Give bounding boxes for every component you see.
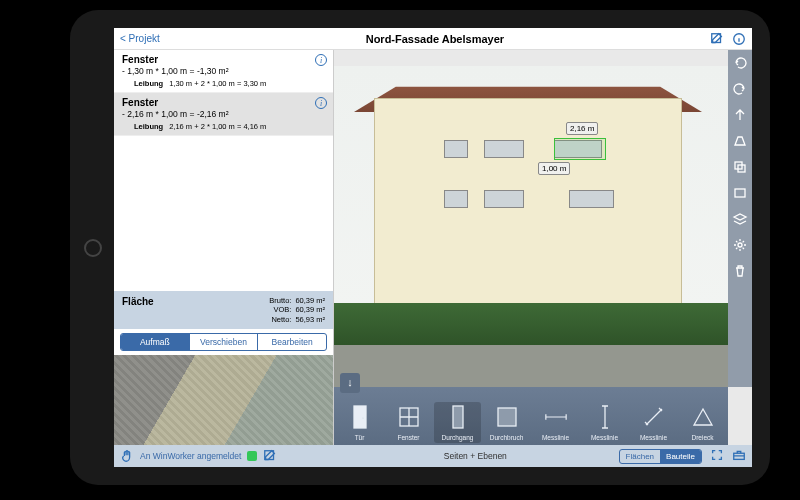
mode-segmented[interactable]: Aufmaß Verschieben Bearbeiten xyxy=(120,333,327,351)
shape-label: Messlinie xyxy=(542,434,569,441)
toolbox-icon[interactable] xyxy=(732,448,746,464)
seg-aufmass[interactable]: Aufmaß xyxy=(121,334,190,350)
summary-value: 56,93 m² xyxy=(295,315,325,324)
bottom-center-label[interactable]: Seiten + Ebenen xyxy=(340,451,611,461)
measure-height[interactable]: 1,00 m xyxy=(538,162,570,175)
shape-door[interactable]: Tür xyxy=(336,402,383,443)
shape-label: Tür xyxy=(355,434,365,441)
svg-rect-10 xyxy=(498,408,516,426)
summary-label: VOB: xyxy=(263,305,291,314)
topbar: < Projekt Nord-Fassade Abelsmayer xyxy=(114,28,752,50)
shape-opening[interactable]: Durchbruch xyxy=(483,402,530,443)
summary-value: 60,39 m² xyxy=(295,296,325,305)
item-sub-calc: 2,16 m + 2 * 1,00 m = 4,16 m xyxy=(169,122,266,131)
shape-label: Durchgang xyxy=(442,434,474,441)
download-icon[interactable]: ↓ xyxy=(340,373,360,393)
shape-label: Fenster xyxy=(397,434,419,441)
list-item[interactable]: Fenster - 2,16 m * 1,00 m = -2,16 m² Lei… xyxy=(114,93,333,136)
item-sub-calc: 1,30 m + 2 * 1,00 m = 3,30 m xyxy=(169,79,266,88)
hand-icon[interactable] xyxy=(120,449,134,463)
measure-width[interactable]: 2,16 m xyxy=(566,122,598,135)
canvas-panel: 2,16 m 1,00 m xyxy=(334,50,752,445)
arrow-up-icon[interactable] xyxy=(731,106,749,124)
summary-value: 60,39 m² xyxy=(295,305,325,314)
selection-rect[interactable] xyxy=(554,138,606,160)
item-calc: - 1,30 m * 1,00 m = -1,30 m² xyxy=(122,66,327,76)
svg-rect-9 xyxy=(453,406,463,428)
info-icon[interactable] xyxy=(732,32,746,46)
shape-passage[interactable]: Durchgang xyxy=(434,402,481,443)
item-sub-label: Leibung xyxy=(134,122,163,131)
fullscreen-icon[interactable] xyxy=(710,448,724,464)
info-icon[interactable]: i xyxy=(315,97,327,109)
seg-verschieben[interactable]: Verschieben xyxy=(190,334,259,350)
shape-label: Dreieck xyxy=(691,434,713,441)
layers-icon[interactable] xyxy=(731,210,749,228)
list-item[interactable]: Fenster - 1,30 m * 1,00 m = -1,30 m² Lei… xyxy=(114,50,333,93)
perspective-icon[interactable] xyxy=(731,132,749,150)
shape-hline[interactable]: Messlinie xyxy=(532,402,579,443)
shape-label: Durchbruch xyxy=(490,434,524,441)
viewport[interactable]: 2,16 m 1,00 m xyxy=(334,50,752,387)
vertical-toolbar xyxy=(728,50,752,387)
copy-icon[interactable] xyxy=(731,158,749,176)
seg-bauteile[interactable]: Bauteile xyxy=(660,450,701,463)
redo-icon[interactable] xyxy=(731,80,749,98)
undo-icon[interactable] xyxy=(731,54,749,72)
compose-icon[interactable] xyxy=(263,449,277,463)
item-calc: - 2,16 m * 1,00 m = -2,16 m² xyxy=(122,109,327,119)
seg-flaechen[interactable]: Flächen xyxy=(620,450,660,463)
shape-label: Messlinie xyxy=(640,434,667,441)
login-status: An WinWorker angemeldet xyxy=(140,451,241,461)
page-title: Nord-Fassade Abelsmayer xyxy=(160,33,710,45)
bottombar: An WinWorker angemeldet Seiten + Ebenen … xyxy=(114,445,752,467)
bluetooth-status-icon[interactable] xyxy=(247,451,257,461)
svg-point-5 xyxy=(738,243,742,247)
gear-icon[interactable] xyxy=(731,236,749,254)
trash-icon[interactable] xyxy=(731,262,749,280)
rect-icon[interactable] xyxy=(731,184,749,202)
shape-label: Messlinie xyxy=(591,434,618,441)
shape-toolbar: ↓ Tür Fenster Durchgang Durchbruch Messl… xyxy=(334,387,728,445)
shape-window[interactable]: Fenster xyxy=(385,402,432,443)
svg-rect-4 xyxy=(735,189,745,197)
info-icon[interactable]: i xyxy=(315,54,327,66)
shape-diag[interactable]: Messlinie xyxy=(630,402,677,443)
bottom-segmented[interactable]: Flächen Bauteile xyxy=(619,449,702,464)
sidebar: Fenster - 1,30 m * 1,00 m = -1,30 m² Lei… xyxy=(114,50,334,445)
area-summary: Fläche Brutto:60,39 m² VOB:60,39 m² Nett… xyxy=(114,291,333,329)
edit-icon[interactable] xyxy=(710,32,724,46)
item-title: Fenster xyxy=(122,54,327,65)
item-title: Fenster xyxy=(122,97,327,108)
summary-label: Netto: xyxy=(263,315,291,324)
svg-point-7 xyxy=(362,417,364,419)
seg-bearbeiten[interactable]: Bearbeiten xyxy=(258,334,326,350)
item-sub-label: Leibung xyxy=(134,79,163,88)
shape-triangle[interactable]: Dreieck xyxy=(679,402,726,443)
back-button[interactable]: < Projekt xyxy=(120,33,160,44)
shape-vline[interactable]: Messlinie xyxy=(581,402,628,443)
texture-preview[interactable] xyxy=(114,355,333,445)
summary-title: Fläche xyxy=(122,296,154,307)
summary-label: Brutto: xyxy=(263,296,291,305)
home-button[interactable] xyxy=(84,239,102,257)
